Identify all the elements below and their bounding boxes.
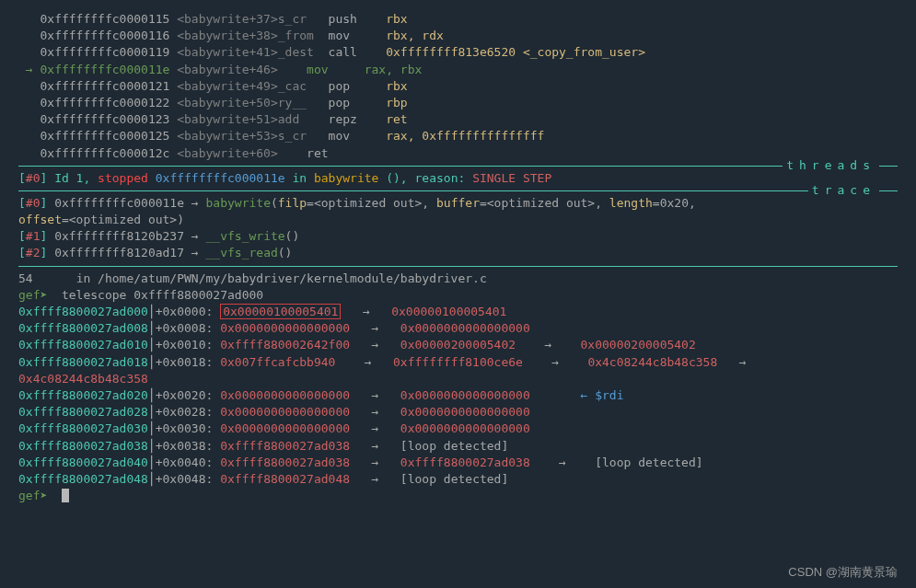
cursor[interactable] (62, 489, 69, 502)
gef-prompt-2[interactable]: gef➤ (18, 489, 47, 502)
current-line-arrow: → (18, 63, 40, 76)
gef-prompt[interactable]: gef➤ (18, 288, 47, 302)
highlighted-value: 0x00000100005401 (220, 304, 341, 319)
terminal-window: 0xffffffffc0000115 <babywrite+37>s_cr pu… (0, 0, 916, 515)
gef-command: telescope 0xffff8800027ad000 (62, 288, 263, 302)
source-section: 54 in /home/atum/PWN/my/babydriver/kerne… (18, 266, 898, 505)
register-pointer: ← $rdi (581, 388, 624, 402)
disassembly-section: 0xffffffffc0000115 <babywrite+37>s_cr pu… (18, 11, 898, 162)
asm-sym: <babywrite+37> (177, 12, 278, 26)
asm-addr: 0xffffffffc0000115 (40, 12, 169, 26)
threads-label: threads (783, 157, 879, 174)
watermark: CSDN @湖南黄景瑜 (788, 564, 898, 581)
threads-section: threads [#0] Id 1, stopped 0xffffffffc00… (18, 166, 898, 187)
trace-label: trace (808, 182, 879, 199)
trace-section: trace [#0] 0xffffffffc000011e → babywrit… (18, 190, 898, 262)
